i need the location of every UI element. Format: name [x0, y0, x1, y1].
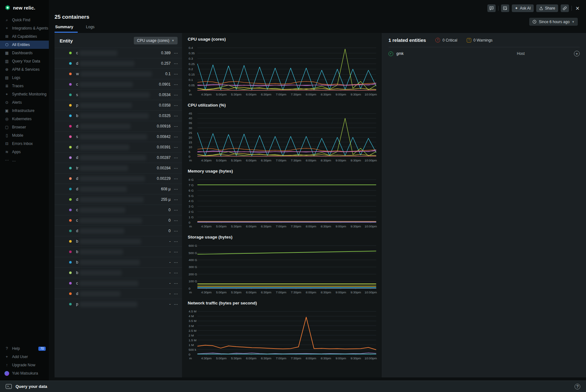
sidebar-item-synthetic-monitoring[interactable]: ⌖ Synthetic Monitoring — [0, 90, 49, 98]
query-your-data-bar[interactable]: >_ Query your data ? — [0, 381, 586, 392]
chart-canvas[interactable]: 01 G2 G3 G4 G5 G6 G7 G8 Gm4:30pm5:00pm5:… — [188, 176, 377, 230]
entity-row[interactable]: s 0.00842 ⋯ — [55, 131, 182, 142]
sidebar-item-mobile[interactable]: ▯ Mobile — [0, 131, 49, 140]
entity-row[interactable]: d 608 µ ⋯ — [55, 184, 182, 194]
entity-row-menu-button[interactable]: ⋯ — [174, 134, 178, 139]
sidebar-item-browser[interactable]: ▢ Browser — [0, 123, 49, 131]
entity-row-menu-button[interactable]: ⋯ — [174, 72, 178, 76]
svg-text:9:00pm: 9:00pm — [335, 291, 346, 294]
new-relic-logo[interactable]: new relic. — [0, 0, 49, 16]
entity-row[interactable]: d 255 µ ⋯ — [55, 194, 182, 205]
sidebar-item-alerts[interactable]: ⊙ Alerts — [0, 98, 49, 107]
chart-canvas[interactable]: 0500 k1 M1.5 M2 M2.5 M3 M3.5 M4 M4.5 Mm4… — [188, 308, 377, 362]
entity-row-menu-button[interactable]: ⋯ — [174, 229, 178, 233]
sidebar-item-all-capabilities[interactable]: ⊞ All Capabilities — [0, 32, 49, 41]
entity-row[interactable]: b - ⋯ — [55, 236, 182, 246]
entity-row-menu-button[interactable]: ⋯ — [174, 239, 178, 244]
entity-row[interactable]: c 0.0901 ⋯ — [55, 79, 182, 89]
entity-row[interactable]: b - ⋯ — [55, 246, 182, 257]
entity-row-menu-button[interactable]: ⋯ — [174, 82, 178, 87]
entity-row-menu-button[interactable]: ⋯ — [174, 166, 178, 171]
sidebar-item-quick-find[interactable]: ⌕ Quick Find — [0, 16, 49, 24]
feedback-button[interactable] — [487, 4, 496, 12]
sidebar-item-logs[interactable]: ▤ Logs — [0, 74, 49, 82]
sidebar-item-integrations-agents[interactable]: + Integrations & Agents — [0, 24, 49, 32]
sidebar-item-infrastructure[interactable]: ▣ Infrastructure — [0, 107, 49, 115]
chart-canvas[interactable]: 00.050.10.150.20.250.30.350.4m4:30pm5:00… — [188, 44, 377, 98]
sidebar-item-dashboards[interactable]: ▦ Dashboards — [0, 49, 49, 57]
notes-button[interactable] — [501, 4, 509, 12]
chart-canvas[interactable]: 051015202530354045m4:30pm5:00pm5:30pm6:0… — [188, 110, 377, 164]
entity-row-menu-button[interactable]: ⋯ — [174, 155, 178, 160]
entity-row-menu-button[interactable]: ⋯ — [174, 103, 178, 108]
close-button[interactable]: ✕ — [574, 5, 581, 11]
sidebar-item-upgrade-now[interactable]: ↑ Upgrade Now — [0, 361, 49, 369]
sidebar-item-apm-services[interactable]: ⊕ APM & Services — [0, 65, 49, 74]
chart-canvas[interactable]: 0100 G200 G300 G400 G500 G600 Gm4:30pm5:… — [188, 242, 377, 296]
entity-row-menu-button[interactable]: ⋯ — [174, 281, 178, 286]
related-entity-name[interactable]: gmk — [396, 51, 517, 56]
entity-row[interactable]: w 0.1 ⋯ — [55, 69, 182, 79]
sidebar-item-help[interactable]: ? Help 70 — [0, 344, 49, 353]
entity-row-menu-button[interactable]: ⋯ — [174, 260, 178, 265]
entity-row-menu-button[interactable]: ⋯ — [174, 124, 178, 129]
entity-row-menu-button[interactable]: ⋯ — [174, 208, 178, 212]
entity-row[interactable]: b - ⋯ — [55, 257, 182, 267]
related-entity-row[interactable]: ✓ gmk Host + — [388, 47, 580, 60]
time-range-picker[interactable]: Since 6 hours ago ▼ — [529, 18, 578, 26]
sidebar-item-kubernetes[interactable]: ◎ Kubernetes — [0, 115, 49, 123]
sidebar-item-errors-inbox[interactable]: ⊟ Errors Inbox — [0, 140, 49, 148]
svg-text:8:00pm: 8:00pm — [306, 356, 316, 360]
entity-row-menu-button[interactable]: ⋯ — [174, 291, 178, 296]
copy-link-button[interactable] — [561, 4, 569, 12]
entity-row-menu-button[interactable]: ⋯ — [174, 187, 178, 192]
sidebar-item-all-entities[interactable]: ⬡ All Entities — [0, 41, 49, 49]
entity-row-menu-button[interactable]: ⋯ — [174, 176, 178, 181]
entity-row-menu-button[interactable]: ⋯ — [174, 218, 178, 223]
entity-row[interactable]: c 0 ⋯ — [55, 215, 182, 225]
entity-row-menu-button[interactable]: ⋯ — [174, 271, 178, 275]
apps-icon: ≋ — [4, 150, 9, 154]
sidebar-item-traces[interactable]: ≣ Traces — [0, 82, 49, 90]
sidebar-item-query-your-data[interactable]: ▥ Query Your Data — [0, 57, 49, 65]
tab-logs[interactable]: Logs — [86, 25, 94, 33]
entity-row[interactable]: d 0.00287 ⋯ — [55, 152, 182, 163]
sidebar-item-apps[interactable]: ≋ Apps — [0, 148, 49, 156]
entity-row[interactable]: d 0.00229 ⋯ — [55, 173, 182, 184]
entity-row[interactable]: d 0 ⋯ — [55, 225, 182, 236]
ellipsis-icon: ⋯ — [4, 158, 9, 162]
entity-row[interactable]: s 0.0534 ⋯ — [55, 89, 182, 100]
entity-row[interactable]: b - ⋯ — [55, 267, 182, 278]
sidebar-item-more[interactable]: ⋯ … — [0, 156, 49, 164]
entity-row[interactable]: p 0.0358 ⋯ — [55, 100, 182, 110]
entity-row-menu-button[interactable]: ⋯ — [174, 145, 178, 150]
sidebar-item-yuki-matsukura[interactable]: Yuki Matsukura — [0, 369, 49, 377]
entity-row[interactable]: d - ⋯ — [55, 288, 182, 299]
entity-row-menu-button[interactable]: ⋯ — [174, 302, 178, 307]
entity-row-menu-button[interactable]: ⋯ — [174, 250, 178, 254]
entity-row[interactable]: c - ⋯ — [55, 278, 182, 288]
entity-row-menu-button[interactable]: ⋯ — [174, 114, 178, 118]
svg-text:m: m — [189, 225, 192, 228]
entity-row-menu-button[interactable]: ⋯ — [174, 197, 178, 202]
entity-row-menu-button[interactable]: ⋯ — [174, 61, 178, 66]
ask-ai-button[interactable]: ✦ Ask AI — [512, 4, 533, 12]
series-green — [198, 251, 376, 254]
entity-row[interactable]: d 0.00391 ⋯ — [55, 142, 182, 152]
entity-row[interactable]: tr 0.00284 ⋯ — [55, 163, 182, 173]
entity-row[interactable]: c 0 ⋯ — [55, 205, 182, 215]
expand-entity-button[interactable]: + — [574, 51, 580, 56]
entity-row[interactable]: b 0.0325 ⋯ — [55, 110, 182, 121]
share-button[interactable]: Share — [536, 4, 558, 12]
entity-row-menu-button[interactable]: ⋯ — [174, 93, 178, 97]
entity-row[interactable]: d 0.257 ⋯ — [55, 58, 182, 69]
entity-row[interactable]: c 0.389 ⋯ — [55, 48, 182, 58]
content-card: Entity CPU usage (cores) ▼ c 0.389 ⋯ d 0… — [55, 33, 586, 377]
entity-row-menu-button[interactable]: ⋯ — [174, 51, 178, 56]
tab-summary[interactable]: Summary — [55, 25, 78, 33]
help-button[interactable]: ? — [575, 384, 580, 389]
sidebar-item-add-user[interactable]: + Add User — [0, 353, 49, 361]
metric-selector-dropdown[interactable]: CPU usage (cores) ▼ — [134, 37, 178, 44]
entity-row[interactable]: p - ⋯ — [55, 299, 182, 309]
entity-row[interactable]: d 0.00916 ⋯ — [55, 121, 182, 131]
